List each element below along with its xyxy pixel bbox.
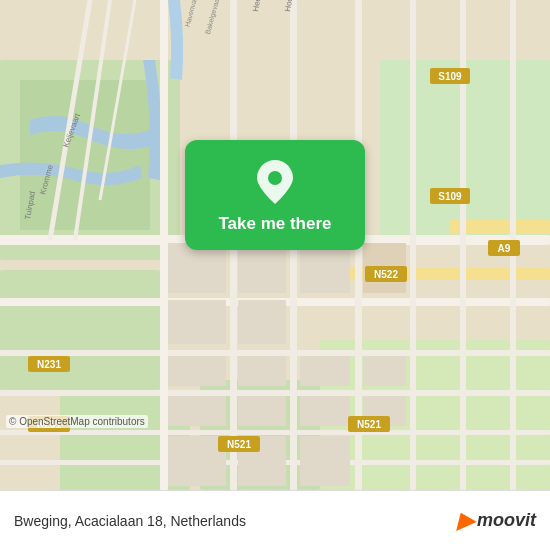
svg-rect-24 — [168, 356, 226, 386]
moovit-text: moovit — [477, 510, 536, 531]
svg-text:N521: N521 — [227, 439, 251, 450]
svg-text:N521: N521 — [357, 419, 381, 430]
svg-rect-37 — [238, 243, 286, 293]
svg-rect-38 — [300, 243, 350, 293]
location-info: Bweging, Acacialaan 18, Netherlands — [14, 513, 447, 529]
svg-rect-12 — [0, 430, 550, 435]
svg-rect-36 — [168, 243, 226, 293]
moovit-logo: ▶ moovit — [457, 508, 536, 534]
svg-text:S109: S109 — [438, 71, 462, 82]
info-bar: Bweging, Acacialaan 18, Netherlands ▶ mo… — [0, 490, 550, 550]
svg-rect-27 — [238, 300, 286, 344]
svg-rect-33 — [300, 436, 350, 486]
svg-text:S109: S109 — [438, 191, 462, 202]
map-container: N231 N231 N521 N521 S109 S109 N522 A9 Ha… — [0, 0, 550, 490]
svg-text:A9: A9 — [498, 243, 511, 254]
svg-rect-29 — [238, 396, 286, 426]
svg-rect-25 — [168, 396, 226, 426]
svg-rect-34 — [363, 356, 406, 386]
svg-rect-16 — [160, 0, 168, 490]
svg-rect-3 — [0, 270, 160, 390]
take-me-there-button[interactable]: Take me there — [185, 140, 365, 250]
take-me-there-label: Take me there — [218, 214, 331, 234]
moovit-icon: ▶ — [457, 508, 474, 534]
location-name: Bweging, Acacialaan 18, Netherlands — [14, 513, 447, 529]
attribution-text: © OpenStreetMap contributors — [6, 415, 148, 428]
svg-rect-31 — [300, 356, 350, 386]
svg-rect-11 — [0, 390, 550, 396]
svg-rect-20 — [410, 0, 416, 490]
svg-point-66 — [268, 171, 282, 185]
svg-text:N231: N231 — [37, 359, 61, 370]
svg-rect-10 — [0, 350, 550, 356]
svg-rect-26 — [168, 436, 226, 486]
svg-rect-32 — [300, 396, 350, 426]
svg-rect-23 — [168, 300, 226, 344]
location-pin-icon — [257, 160, 293, 204]
svg-rect-28 — [238, 356, 286, 386]
svg-rect-2 — [20, 80, 150, 230]
svg-text:N522: N522 — [374, 269, 398, 280]
